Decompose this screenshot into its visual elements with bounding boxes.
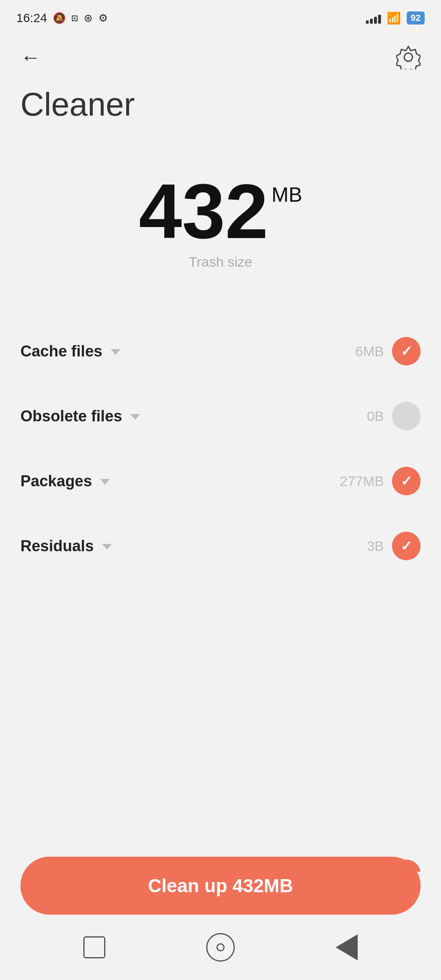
mute-icon: 🔕: [53, 12, 66, 24]
battery-level: 92: [411, 13, 421, 23]
bottom-nav: [0, 923, 441, 980]
check-icon: ✓: [401, 344, 412, 358]
file-item-packages-right: 277MB ✓: [340, 467, 421, 495]
cache-files-toggle[interactable]: ✓: [392, 337, 421, 365]
trash-size-row: 432 MB: [139, 172, 302, 250]
packages-toggle[interactable]: ✓: [392, 467, 421, 495]
file-item-residuals: Residuals 3B ✓: [20, 514, 421, 578]
time-display: 16:24: [16, 11, 47, 25]
vpn-icon: ⊛: [84, 12, 93, 24]
file-item-residuals-left: Residuals: [20, 537, 112, 555]
file-item-packages: Packages 277MB ✓: [20, 449, 421, 514]
cache-files-label: Cache files: [20, 343, 102, 360]
svg-marker-0: [396, 47, 421, 69]
status-right: 📶 92: [366, 11, 425, 25]
file-item-cache: Cache files 6MB ✓: [20, 319, 421, 384]
wifi-icon: 📶: [387, 11, 401, 25]
packages-size: 277MB: [340, 473, 384, 489]
file-item-obsolete-left: Obsolete files: [20, 408, 140, 425]
gear-icon: ⚙: [98, 12, 108, 24]
file-item-residuals-right: 3B ✓: [367, 532, 421, 560]
cleanup-button-area: Clean up 432MB: [20, 857, 421, 915]
status-left: 16:24 🔕 ⊡ ⊛ ⚙: [16, 11, 108, 25]
residuals-label: Residuals: [20, 537, 94, 555]
residuals-size: 3B: [367, 538, 384, 554]
check-icon: ✓: [401, 474, 412, 488]
home-button-inner: [216, 943, 225, 951]
page-title: Cleaner: [0, 74, 441, 123]
signal-icon: [366, 12, 381, 24]
obsolete-files-label: Obsolete files: [20, 408, 122, 425]
obsolete-files-toggle[interactable]: [392, 402, 421, 430]
file-item-obsolete-right: 0B: [367, 402, 421, 430]
cache-files-size: 6MB: [355, 343, 384, 359]
packages-label: Packages: [20, 472, 92, 490]
top-nav: ←: [0, 33, 441, 74]
file-item-obsolete: Obsolete files 0B: [20, 384, 421, 449]
back-nav-button[interactable]: [336, 934, 358, 960]
obsolete-files-size: 0B: [367, 408, 384, 424]
nfc-icon: ⊡: [71, 12, 78, 24]
check-icon: ✓: [401, 539, 412, 553]
battery-indicator: 92: [407, 11, 425, 24]
chevron-down-icon[interactable]: [100, 479, 110, 485]
home-button[interactable]: [206, 933, 235, 962]
status-bar: 16:24 🔕 ⊡ ⊛ ⚙ 📶 92: [0, 0, 441, 33]
cleanup-button[interactable]: Clean up 432MB: [20, 857, 421, 915]
file-item-cache-left: Cache files: [20, 343, 120, 360]
chevron-down-icon[interactable]: [111, 349, 120, 355]
file-list: Cache files 6MB ✓ Obsolete files 0B Pack…: [0, 319, 441, 578]
chevron-down-icon[interactable]: [130, 414, 140, 420]
file-item-cache-right: 6MB ✓: [355, 337, 421, 365]
trash-label: Trash size: [189, 254, 252, 270]
residuals-toggle[interactable]: ✓: [392, 532, 421, 560]
trash-display: 432 MB Trash size: [0, 172, 441, 270]
recent-apps-button[interactable]: [83, 936, 105, 958]
file-item-packages-left: Packages: [20, 472, 110, 490]
trash-number: 432: [139, 172, 268, 250]
back-button[interactable]: ←: [20, 47, 41, 67]
svg-point-1: [404, 53, 412, 61]
settings-icon[interactable]: [396, 45, 421, 69]
trash-unit: MB: [272, 185, 302, 205]
chevron-down-icon[interactable]: [102, 544, 112, 550]
